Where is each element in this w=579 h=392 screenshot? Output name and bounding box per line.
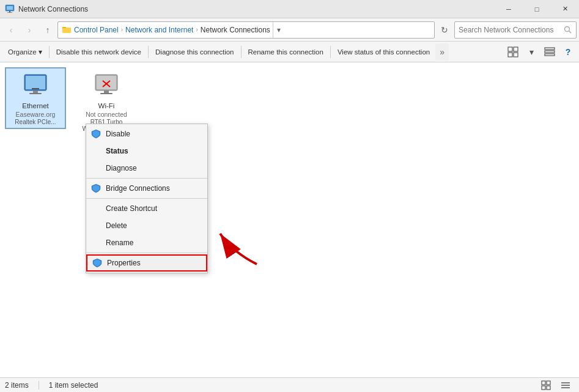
crumb-sep-2: › [196,26,197,33]
svg-rect-10 [508,53,512,57]
ethernet-driver: Realtek PCIe... [15,119,56,125]
ctx-create-shortcut[interactable]: Create Shortcut [86,200,207,217]
file-area: Ethernet Easeware.org Realtek PCIe... [0,62,579,377]
ctx-shortcut-label: Create Shortcut [106,204,157,213]
folder-icon [62,25,72,35]
ctx-diagnose-label: Diagnose [106,164,137,172]
svg-rect-2 [9,11,10,12]
status-bar-right [537,377,574,393]
svg-rect-14 [545,54,555,56]
ctx-delete[interactable]: Delete [86,217,207,234]
search-icon [564,26,572,34]
arrow-annotation [208,221,281,270]
disable-network-button[interactable]: Disable this network device [51,43,147,61]
change-view-button[interactable] [504,43,522,61]
ethernet-item[interactable]: Ethernet Easeware.org Realtek PCIe... [5,67,66,129]
view-icon [507,46,518,57]
ctx-separator-2 [86,198,207,199]
app-icon [5,4,15,14]
svg-rect-13 [545,51,555,53]
ctx-properties[interactable]: Properties [86,254,207,272]
svg-rect-18 [29,93,42,94]
breadcrumb: Control Panel › Network and Internet › N… [74,26,270,34]
ctx-status[interactable]: Status [86,142,207,160]
ctx-rename-label: Rename [106,239,133,247]
shield-icon-properties [92,258,102,268]
svg-rect-29 [542,386,545,390]
svg-point-6 [565,26,570,31]
svg-rect-16 [26,76,45,89]
toolbar-separator-2 [148,46,149,58]
svg-rect-9 [514,47,518,51]
view-dropdown-button[interactable]: ▾ [523,43,540,61]
address-bar[interactable]: Control Panel › Network and Internet › N… [57,21,435,39]
svg-rect-1 [7,6,13,10]
search-input[interactable] [459,26,561,34]
wifi-icon [92,71,121,100]
crumb-control-panel[interactable]: Control Panel [74,26,119,34]
ctx-disable[interactable]: Disable [86,125,207,142]
status-view-grid[interactable] [537,377,555,393]
ctx-bridge[interactable]: Bridge Connections [86,180,207,197]
toolbar-separator-4 [330,46,331,58]
ctx-separator-3 [86,253,207,253]
ctx-bridge-label: Bridge Connections [106,184,170,193]
up-button[interactable]: ↑ [39,21,56,39]
minimize-button[interactable]: ─ [495,0,523,18]
status-separator [39,381,39,390]
toolbar-right: ▾ ? [504,43,577,61]
title-bar-controls: ─ □ ✕ [495,0,579,18]
crumb-sep-1: › [121,26,123,33]
svg-rect-5 [62,27,66,28]
wifi-sub: Not connected [86,111,127,119]
shield-icon-disable [91,129,101,139]
status-bar: 2 items 1 item selected [0,377,579,392]
diagnose-button[interactable]: Diagnose this connection [150,43,240,61]
svg-rect-17 [33,91,38,93]
ctx-properties-label: Properties [107,259,141,267]
organize-button[interactable]: Organize ▾ [2,43,48,61]
nav-bar: ‹ › ↑ Control Panel › Network and Intern… [0,18,579,42]
crumb-network-internet[interactable]: Network and Internet [125,26,193,34]
ethernet-sub: Easeware.org [16,111,56,119]
toolbar-separator-1 [49,46,50,58]
toolbar-separator-3 [241,46,242,58]
maximize-button[interactable]: □ [523,0,551,18]
details-view-button[interactable] [541,43,558,61]
status-view-details[interactable] [557,377,574,393]
svg-rect-12 [545,48,555,50]
ctx-diagnose[interactable]: Diagnose [86,160,207,177]
item-count: 2 items [5,381,29,390]
svg-rect-27 [542,381,545,385]
ctx-delete-label: Delete [106,221,127,230]
toolbar: Organize ▾ Disable this network device D… [0,42,579,62]
more-options-button[interactable]: » [435,43,449,61]
main-content: Ethernet Easeware.org Realtek PCIe... [0,62,579,377]
title-bar-left: Network Connections [5,4,88,14]
wifi-name: Wi-Fi [98,102,115,111]
ctx-status-label: Status [106,147,128,155]
window-title: Network Connections [18,5,88,13]
grid-view-icon [541,380,551,390]
ctx-rename[interactable]: Rename [86,234,207,251]
rename-button[interactable]: Rename this connection [243,43,329,61]
forward-button[interactable]: › [21,21,38,39]
title-bar: Network Connections ─ □ ✕ [0,0,579,18]
crumb-network-connections: Network Connections [201,26,270,34]
ctx-disable-label: Disable [106,130,130,138]
svg-rect-30 [547,386,550,390]
svg-rect-22 [104,91,109,93]
address-dropdown-arrow[interactable]: ▾ [273,22,285,38]
selected-count: 1 item selected [49,381,98,390]
svg-rect-19 [32,88,39,89]
svg-rect-4 [62,28,71,33]
search-box[interactable] [454,21,577,39]
close-button[interactable]: ✕ [551,0,579,18]
svg-rect-8 [508,47,512,51]
ethernet-name: Ethernet [22,102,48,111]
ethernet-icon [21,71,50,100]
back-button[interactable]: ‹ [2,21,20,39]
refresh-button[interactable]: ↻ [436,21,453,39]
view-status-button[interactable]: View status of this connection [332,43,435,61]
help-button[interactable]: ? [559,43,577,61]
